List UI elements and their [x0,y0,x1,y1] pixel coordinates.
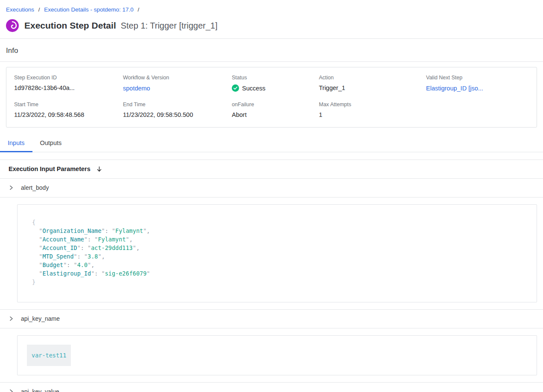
status-badge: Success [232,84,319,92]
param-name-api-key-value: api_key_value [21,388,59,392]
tab-bar: Inputs Outputs [0,136,543,152]
field-label: Status [232,75,319,81]
execution-step-detail-page: Executions / Execution Details - spotdem… [0,0,543,392]
field-label: Valid Next Step [426,75,529,81]
field-start-time: Start Time 11/23/2022, 09:58:48.568 [14,102,123,118]
info-grid: Step Execution ID 1d97828c-13b6-40a... W… [14,75,529,118]
breadcrumb-separator: / [38,6,40,13]
param-row-alert-body[interactable]: alert_body [0,179,543,197]
param-row-api-key-value[interactable]: api_key_value [0,383,543,392]
breadcrumb-executions[interactable]: Executions [6,6,34,13]
field-action: Action Trigger_1 [319,75,426,92]
max-attempts-value: 1 [319,111,426,118]
action-value: Trigger_1 [319,84,426,91]
step-execution-id-value: 1d97828c-13b6-40a... [14,84,123,91]
chevron-right-icon [9,316,14,321]
page-header: Execution Step Detail Step 1: Trigger [t… [0,15,543,38]
end-time-value: 11/23/2022, 09:58:50.500 [123,111,232,118]
field-workflow-version: Workflow & Version spotdemo [123,75,232,92]
breadcrumb-separator: / [137,6,139,13]
alert-body-json: { "Organization_Name": "Fylamynt", "Acco… [18,205,537,302]
tab-inputs[interactable]: Inputs [0,136,32,152]
on-failure-value: Abort [232,111,319,118]
breadcrumb: Executions / Execution Details - spotdem… [0,0,543,15]
field-label: Step Execution ID [14,75,123,81]
inputs-panel: Execution Input Parameters alert_body { … [0,160,543,392]
field-label: Max Attempts [319,102,426,107]
chevron-right-icon [9,389,14,392]
field-status: Status Success [232,75,319,92]
field-max-attempts: Max Attempts 1 [319,102,426,118]
field-label: onFailure [232,102,319,107]
workflow-link[interactable]: spotdemo [123,85,150,92]
valid-next-step-link[interactable]: Elastigroup_ID [jso... [426,85,483,92]
alert-body-value-box: { "Organization_Name": "Fylamynt", "Acco… [17,204,537,302]
api-key-name-value-box: var-test11 [17,335,537,375]
field-on-failure: onFailure Abort [232,102,319,118]
tab-outputs[interactable]: Outputs [32,136,70,152]
page-title: Execution Step Detail [24,20,116,31]
fylamynt-logo-icon [6,19,19,32]
page-subtitle: Step 1: Trigger [trigger_1] [121,21,218,31]
status-text: Success [242,85,266,92]
divider [0,61,543,62]
field-label: Workflow & Version [123,75,232,81]
field-label: Action [319,75,426,81]
chevron-right-icon [9,185,14,190]
check-circle-icon [232,84,239,92]
field-label: Start Time [14,102,123,107]
api-key-name-value: var-test11 [27,345,71,366]
field-label: End Time [123,102,232,107]
field-valid-next-step: Valid Next Step Elastigroup_ID [jso... [426,75,529,92]
info-heading: Info [0,39,543,61]
field-end-time: End Time 11/23/2022, 09:58:50.500 [123,102,232,118]
execution-input-parameters-header: Execution Input Parameters [0,160,543,179]
breadcrumb-execution-details[interactable]: Execution Details - spotdemo: 17.0 [44,6,133,13]
arrow-down-icon[interactable] [96,166,102,172]
start-time-value: 11/23/2022, 09:58:48.568 [14,111,123,118]
param-row-api-key-name[interactable]: api_key_name [0,310,543,328]
field-step-execution-id: Step Execution ID 1d97828c-13b6-40a... [14,75,123,92]
param-name-alert-body: alert_body [21,184,49,191]
execution-input-parameters-title: Execution Input Parameters [9,166,90,172]
info-card: Step Execution ID 1d97828c-13b6-40a... W… [6,67,537,128]
param-name-api-key-name: api_key_name [21,315,60,322]
